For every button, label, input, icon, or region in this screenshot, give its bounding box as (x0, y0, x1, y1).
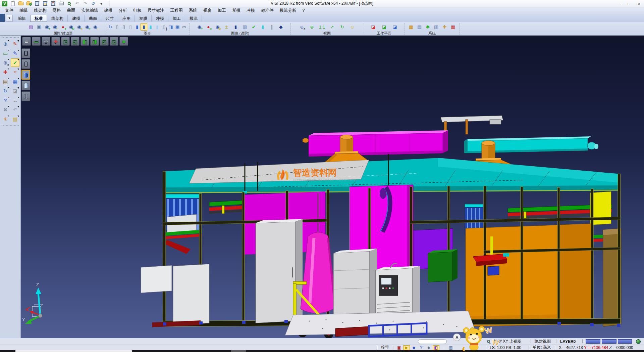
workplane-align-icon[interactable]: ◪ (391, 23, 398, 31)
menu-help[interactable]: ? (300, 7, 308, 14)
menu-edit[interactable]: 编辑 (16, 7, 31, 14)
validate-view-icon[interactable]: ✔ (250, 23, 258, 31)
status-search-box[interactable] (418, 339, 447, 344)
curve-edit-icon[interactable]: ≈ (11, 68, 19, 76)
color-swatch-3[interactable] (618, 339, 632, 344)
print-preview-button[interactable] (66, 1, 72, 7)
undo-gray-icon[interactable]: ↶ (11, 105, 19, 114)
cyan-solid-icon[interactable]: ▮ (259, 23, 267, 31)
menu-solid-edit[interactable]: 实体编辑 (78, 7, 101, 14)
cut-section-icon[interactable]: ✂ (181, 23, 187, 31)
status-search-icon[interactable] (487, 338, 490, 345)
history-button[interactable]: ↺ (90, 1, 97, 7)
save-as-button[interactable] (42, 1, 48, 7)
visi-logo[interactable]: V (1, 1, 8, 7)
section-icon[interactable]: ▯∥ (161, 23, 167, 31)
globe-icon[interactable] (636, 338, 641, 345)
settings-gear-icon[interactable]: ✱ (424, 23, 432, 31)
menu-modeling[interactable]: 建模 (101, 7, 116, 14)
maximize-button[interactable]: □ (624, 0, 634, 7)
invert-visibility-icon[interactable]: ◉± (75, 23, 83, 31)
hidden-dashed-icon[interactable]: ▯ (127, 23, 134, 31)
half-section-icon[interactable]: ◨ (167, 23, 174, 31)
solid-cube-icon[interactable]: ◪ (11, 87, 19, 95)
hide-all-icon[interactable]: ◉− (92, 23, 99, 31)
menu-dimension[interactable]: 尺寸标注 (145, 7, 167, 14)
menu-system[interactable]: 系统 (186, 7, 200, 14)
adv-refresh-icon[interactable]: ◉↻ (214, 23, 221, 31)
view-left-button[interactable]: ◧ (80, 37, 89, 46)
status-pick-icon[interactable]: ▶ (403, 345, 410, 350)
menu-electrode[interactable]: 电极 (130, 7, 145, 14)
shade-solid-button[interactable] (21, 70, 30, 80)
layers-palette-icon[interactable]: ▤ (1, 77, 10, 86)
qa-separator[interactable]: │ (106, 1, 113, 7)
status-absolute-view[interactable]: 绝对视图 (535, 338, 551, 345)
wireframe-mode-icon[interactable]: ▯ (114, 23, 120, 31)
layer-striped-icon[interactable]: ▥ (241, 23, 249, 31)
tab-machining[interactable]: 加工 (168, 15, 185, 22)
sync-refresh-icon[interactable]: ↻ (1, 87, 10, 95)
move-axis-icon[interactable]: ✚ (1, 68, 10, 76)
confirm-check-icon[interactable]: ✔ (11, 58, 19, 67)
pan-arrow-icon[interactable]: ↗ (328, 23, 336, 31)
snap-select-icon[interactable]: ✚ (441, 23, 448, 31)
box-section-icon[interactable]: ▣ (174, 23, 181, 31)
view-back-button[interactable]: ◲ (110, 37, 118, 46)
sketch-pencil-icon[interactable]: ✎ (11, 49, 19, 57)
mesh-grid-icon[interactable]: ▦ (449, 23, 457, 31)
show-all-icon[interactable]: ◉+ (84, 23, 91, 31)
layer-bar-icon[interactable]: ▮ (232, 23, 239, 31)
menu-standard-parts[interactable]: 标准件 (258, 7, 277, 14)
adv-filter-icon[interactable]: ●● (205, 23, 212, 31)
fit-view-button[interactable]: ▭ (32, 37, 41, 46)
workplane-edit-icon[interactable]: ◪ (380, 23, 388, 31)
color-swatch-1[interactable] (586, 339, 600, 344)
clip-plane-icon[interactable]: ∥ (268, 23, 276, 31)
view-eye-icon[interactable]: ☺ (348, 23, 356, 31)
status-window-icon[interactable]: ▦ (447, 345, 454, 350)
zoom-view-button[interactable]: ⊕ (42, 37, 50, 46)
show-entity-icon[interactable]: ◉+ (43, 23, 51, 31)
save-button[interactable] (34, 1, 40, 7)
color-swatch-2[interactable] (602, 339, 616, 344)
view-right-button[interactable]: ◨ (90, 37, 99, 46)
tab-edit[interactable]: 编辑 (13, 15, 30, 22)
rotate-view-icon[interactable]: ↻ (338, 23, 346, 31)
shaded-cyan-icon[interactable]: ▮ (147, 23, 154, 31)
color-palette-icon[interactable]: ▦ (408, 23, 415, 31)
copy-attributes-icon[interactable]: ▣ (35, 23, 43, 31)
shade-textured-button[interactable] (21, 91, 30, 101)
paste-folder-icon[interactable]: ▧ (11, 115, 19, 123)
menu-wireframe[interactable]: 线架构 (31, 7, 50, 14)
close-button[interactable]: ✕ (634, 0, 644, 7)
shaded-edges-icon[interactable]: ▮ (141, 23, 147, 31)
tab-mould[interactable]: 塑膜 (135, 15, 152, 22)
toolbar-drag-handle[interactable] (2, 125, 19, 126)
grid-window-icon[interactable]: ▦ (11, 77, 19, 86)
qa-dropdown[interactable]: ▾ (98, 1, 105, 7)
tab-apply[interactable]: 应用 (118, 15, 135, 22)
view-menu-button[interactable]: ≡ (22, 37, 31, 46)
status-help-icon[interactable]: ? (418, 345, 425, 350)
window-config-icon[interactable]: ▥ (433, 23, 440, 31)
minimize-button[interactable]: ─ (614, 0, 624, 7)
tab-flow[interactable]: 模流 (185, 15, 202, 22)
menu-die[interactable]: 冲模 (244, 7, 258, 14)
hide-entity-icon[interactable]: ◉− (51, 23, 59, 31)
zoom-window-icon[interactable]: ⊕ (1, 40, 10, 48)
open-recent-button[interactable] (25, 1, 32, 7)
view-top-button[interactable]: ◳ (61, 37, 70, 46)
refresh-visibility-icon[interactable]: ◉↻ (67, 23, 75, 31)
menu-analysis[interactable]: 分析 (116, 7, 130, 14)
undo-button[interactable]: ↶ (74, 1, 80, 7)
tab-die[interactable]: 冲模 (152, 15, 168, 22)
menu-flow-analysis[interactable]: 模流分析 (277, 7, 300, 14)
tab-modeling[interactable]: 建模 (68, 15, 85, 22)
menu-mould[interactable]: 塑模 (229, 7, 244, 14)
menu-surface[interactable]: 曲面 (64, 7, 78, 14)
3d-viewport[interactable]: Z Y X ≡ ▭ ⊕ ✚ ◳ ◱ ◧ ◨ (21, 36, 644, 338)
status-bulb-icon[interactable]: ○ (440, 345, 447, 350)
measure-distance-icon[interactable]: ↔ (11, 96, 19, 104)
regen-icon[interactable]: ↻ (107, 23, 114, 31)
